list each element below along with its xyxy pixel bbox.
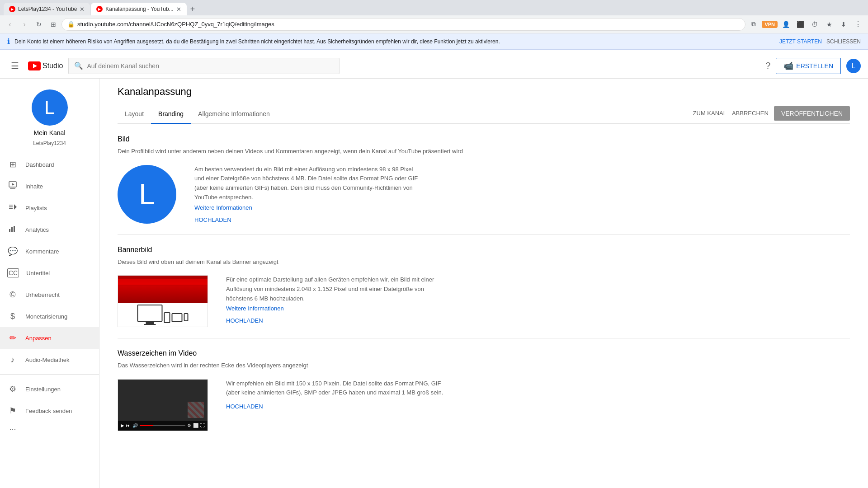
banner-close-button[interactable]: SCHLIESSEN [826,38,861,45]
tab-branding[interactable]: Branding [151,105,191,124]
bild-upload-button[interactable]: HOCHLADEN [194,216,231,223]
forward-button[interactable]: › [18,18,31,31]
tab2-close-icon[interactable]: ✕ [176,6,181,13]
tab1-title: LetsPlay1234 - YouTube [18,6,77,12]
sidebar-item-dashboard[interactable]: ⊞ Dashboard [0,154,99,175]
sidebar-item-anpassen[interactable]: ✏ Anpassen [0,327,99,349]
tabs-left: Layout Branding Allgemeine Informationen [118,105,277,123]
settings-icon[interactable]: ⚙ [187,423,191,428]
home-button[interactable]: ⊞ [47,18,60,31]
untertitel-label: Untertitel [26,270,50,277]
sidebar-item-einstellungen[interactable]: ⚙ Einstellungen [0,378,99,400]
extensions-button[interactable]: ⧉ [747,18,760,31]
header-search-icon: 🔍 [74,61,83,70]
user-avatar-button[interactable]: L [846,59,861,73]
analytics-icon [7,224,18,235]
banner-title: Bannerbild [118,246,850,254]
cast-button[interactable]: ⬛ [794,18,807,31]
banner-start-link[interactable]: JETZT STARTEN [779,38,822,45]
sidebar-item-feedback[interactable]: ⚑ Feedback senden [0,400,99,422]
inhalte-label: Inhalte [25,183,43,190]
banner-upload-button[interactable]: HOCHLADEN [226,317,263,324]
back-button[interactable]: ‹ [4,18,16,31]
tab-layout[interactable]: Layout [118,105,151,124]
svg-rect-6 [9,206,13,207]
header-search-input[interactable] [87,62,334,70]
channel-avatar-letter: L [44,98,54,118]
fullscreen-icon[interactable]: ⛶ [200,423,205,428]
abbrechen-link[interactable]: ABBRECHEN [732,110,769,117]
yt-studio-logo[interactable]: Studio [28,61,63,70]
watermark-preview: ▶ ⏭ 🔊 ⚙ ⬜ ⛶ [118,379,208,431]
sidebar-toggle-button[interactable]: ☰ [7,57,23,75]
sidebar-item-analytics[interactable]: Analytics [0,219,99,240]
browser-tab-1[interactable]: ▶ LetsPlay1234 - YouTube ✕ [4,3,90,15]
svg-rect-4 [10,188,15,189]
untertitel-icon: CC [7,268,19,277]
browser-menu-button[interactable]: ⋮ [852,18,864,31]
veroeffentlichen-button[interactable]: VERÖFFENTLICHEN [774,106,850,121]
wasserzeichen-upload-button[interactable]: HOCHLADEN [226,403,263,410]
play-icon[interactable]: ▶ [121,423,124,428]
browser-nav-bar: ‹ › ↻ ⊞ 🔒 studio.youtube.com/channel/UCo… [0,15,868,33]
profile-button[interactable]: 👤 [779,18,792,31]
download-button[interactable]: ⬇ [837,18,850,31]
bild-info-text: Am besten verwendest du ein Bild mit ein… [194,165,420,202]
banner-info-link[interactable]: Weitere Informationen [226,305,284,312]
sidebar-item-untertitel[interactable]: CC Untertitel [0,262,99,284]
monetarisierung-label: Monetarisierung [25,313,67,320]
create-video-icon: 📹 [783,61,793,71]
tab-allgemeine[interactable]: Allgemeine Informationen [191,105,277,124]
sidebar-item-more[interactable]: ··· [0,422,99,436]
app-container: ☰ Studio 🔍 ? 📹 ERSTELLEN L [0,50,868,484]
playlists-icon [7,202,18,214]
banner-info: Für eine optimale Darstellung auf allen … [226,275,452,324]
svg-rect-11 [14,226,15,232]
playlists-label: Playlists [25,205,47,211]
channel-name-label: Mein Kanal [33,129,65,136]
channel-avatar[interactable]: L [32,89,68,126]
browser-tab-2[interactable]: ▶ Kanalanpassung - YouTub... ✕ [91,3,186,15]
banner-info-text: Für eine optimale Darstellung auf allen … [226,275,452,303]
anpassen-icon: ✏ [7,333,18,343]
feedback-label: Feedback senden [25,408,72,414]
analytics-label: Analytics [25,226,49,233]
svg-rect-5 [9,205,13,206]
sidebar-item-monetarisierung[interactable]: $ Monetarisierung [0,305,99,327]
banner-desc: Dieses Bild wird oben auf deinem Kanal a… [118,258,850,267]
wasserzeichen-info: Wir empfehlen ein Bild mit 150 x 150 Pix… [226,379,452,410]
miniplayer-icon[interactable]: ⬜ [193,423,198,428]
create-button[interactable]: 📹 ERSTELLEN [776,58,841,74]
header-search-box[interactable]: 🔍 [68,58,340,74]
page-title: Kanalanpassung [118,86,850,98]
step-forward-icon[interactable]: ⏭ [126,423,131,428]
sidebar-item-urheberrecht[interactable]: © Urheberrecht [0,284,99,305]
tabs-bar: Layout Branding Allgemeine Informationen… [118,105,850,124]
address-bar[interactable]: 🔒 studio.youtube.com/channel/UCocN6zQPHQ… [61,18,745,31]
help-button[interactable]: ? [765,61,770,71]
youtube-logo-icon [28,61,41,70]
tab1-close-icon[interactable]: ✕ [80,6,85,13]
history-button[interactable]: ⏱ [808,18,821,31]
sidebar-item-playlists[interactable]: Playlists [0,197,99,219]
zum-kanal-link[interactable]: ZUM KANAL [693,110,726,117]
vpn-button[interactable]: VPN [762,21,778,28]
volume-icon[interactable]: 🔊 [132,423,138,428]
bild-info-link[interactable]: Weitere Informationen [194,204,420,211]
new-tab-button[interactable]: + [188,3,198,15]
reload-button[interactable]: ↻ [33,18,45,31]
svg-rect-10 [11,227,13,232]
bookmark-button[interactable]: ★ [823,18,835,31]
sidebar: L Mein Kanal LetsPlay1234 ⊞ Dashboard In… [0,79,99,484]
sidebar-nav: ⊞ Dashboard Inhalte Playlists [0,154,99,371]
sidebar-item-inhalte[interactable]: Inhalte [0,175,99,197]
sidebar-item-kommentare[interactable]: 💬 Kommentare [0,240,99,262]
section-wasserzeichen: Wasserzeichen im Video Das Wasserzeichen… [118,338,850,442]
svg-marker-3 [12,183,14,186]
profile-image-preview: L [118,165,176,224]
svg-marker-8 [14,204,17,210]
sidebar-item-audio-mediathek[interactable]: ♪ Audio-Mediathek [0,349,99,371]
studio-text: Studio [42,62,63,70]
channel-handle-label: LetsPlay1234 [33,140,66,146]
banner-body: Für eine optimale Darstellung auf allen … [118,275,850,327]
